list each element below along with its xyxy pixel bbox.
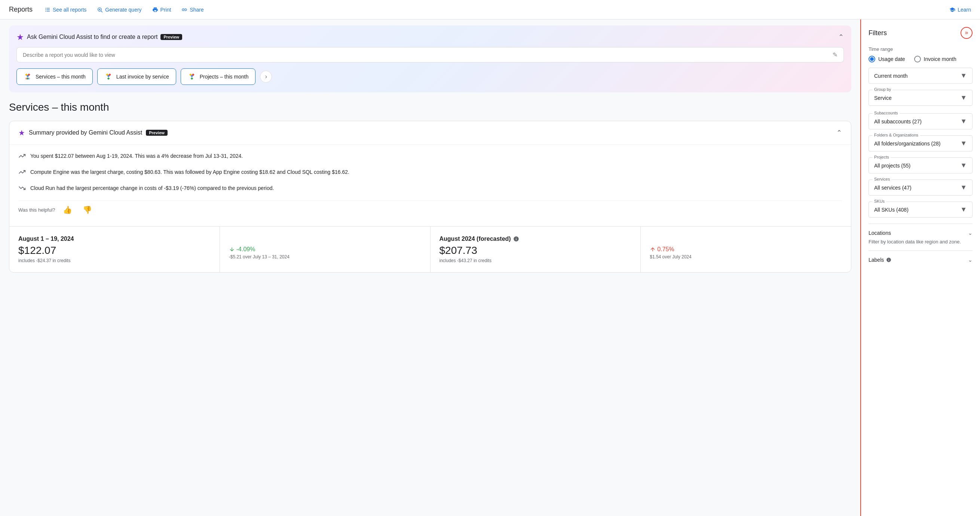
see-all-reports-link[interactable]: See all reports (45, 7, 86, 13)
labels-header[interactable]: Labels ⌄ (869, 257, 972, 263)
learn-icon (949, 7, 955, 13)
current-change-sub: -$5.21 over July 13 – 31, 2024 (229, 254, 421, 259)
summary-title: Summary provided by Gemini Cloud Assist … (18, 129, 167, 136)
usage-date-label: Usage date (878, 56, 905, 62)
current-change-block: -4.09% -$5.21 over July 13 – 31, 2024 (220, 227, 430, 272)
gemini-preview-badge: Preview (161, 34, 182, 40)
labels-chevron-icon: ⌄ (968, 257, 972, 263)
forecast-change-text: 0.75% (657, 246, 674, 253)
gcp-logo-icon-2 (104, 73, 113, 81)
folders-orgs-value: All folders/organizations (28) (874, 141, 940, 146)
services-arrow: ▼ (960, 184, 967, 191)
sparkle-icon (16, 33, 24, 41)
generate-query-link[interactable]: Generate query (97, 7, 142, 13)
folders-orgs-dropdown[interactable]: Folders & Organizations All folders/orga… (869, 135, 972, 151)
query-icon (97, 7, 103, 13)
usage-date-radio-circle (869, 56, 875, 62)
thumbs-down-button[interactable]: 👎 (80, 204, 95, 216)
current-month-value: Current month (874, 73, 907, 79)
chip-services-label: Services – this month (35, 74, 86, 79)
current-sub: includes -$24.37 in credits (18, 258, 211, 263)
chips-next-button[interactable]: › (260, 71, 272, 83)
learn-label: Learn (958, 7, 971, 13)
chip-projects-this-month[interactable]: Projects – this month (181, 68, 256, 85)
summary-item-3: Cloud Run had the largest percentage cha… (18, 184, 842, 194)
summary-item-1: You spent $122.07 between Aug 1-19, 2024… (18, 152, 842, 162)
invoice-month-radio-circle (914, 56, 921, 62)
gcp-logo-icon-3 (188, 73, 196, 81)
projects-arrow: ▼ (960, 162, 967, 169)
stats-row: August 1 – 19, 2024 $122.07 includes -$2… (10, 226, 851, 272)
share-link[interactable]: Share (181, 7, 204, 13)
gemini-input-wrapper: ✎ (16, 47, 844, 62)
trend-icon-1 (18, 152, 26, 162)
svg-rect-2 (45, 10, 46, 10)
gemini-title-text: Ask Gemini Cloud Assist to find or creat… (27, 33, 158, 40)
invoice-month-radio[interactable]: Invoice month (914, 56, 956, 62)
time-range-radio-group: Usage date Invoice month (869, 56, 972, 62)
helpful-row: Was this helpful? 👍 👎 (18, 200, 842, 219)
locations-title: Locations (869, 230, 891, 236)
current-month-arrow: ▼ (960, 72, 967, 79)
gemini-search-input[interactable] (23, 52, 833, 58)
info-icon (513, 236, 519, 242)
summary-body: You spent $122.07 between Aug 1-19, 2024… (10, 145, 851, 226)
summary-preview-badge: Preview (146, 130, 167, 136)
list-icon (45, 7, 51, 13)
subaccounts-value: All subaccounts (27) (874, 119, 922, 124)
nav-title: Reports (9, 6, 33, 13)
group-by-value: Service (874, 95, 892, 101)
collapse-gemini-button[interactable]: ⌃ (838, 33, 844, 41)
chip-last-invoice[interactable]: Last invoice by service (97, 68, 176, 85)
up-arrow-icon (650, 246, 656, 252)
forecast-change-value: 0.75% (650, 246, 842, 253)
projects-dropdown[interactable]: Projects All projects (55) ▼ (869, 157, 972, 173)
subaccounts-dropdown[interactable]: Subaccounts All subaccounts (27) ▼ (869, 113, 972, 129)
svg-rect-3 (46, 10, 50, 10)
svg-rect-1 (46, 8, 50, 8)
forecast-label-text: August 2024 (forecasted) (439, 236, 511, 242)
main-layout: Ask Gemini Cloud Assist to find or creat… (0, 19, 980, 516)
forecast-change-block: 0.75% $1.54 over July 2024 (640, 227, 851, 272)
thumbs-up-button[interactable]: 👍 (60, 204, 75, 216)
edit-icon: ✎ (833, 51, 837, 58)
forecast-sub: includes -$43.27 in credits (439, 258, 632, 263)
print-label: Print (161, 7, 171, 13)
current-change-value: -4.09% (229, 246, 421, 253)
see-all-reports-label: See all reports (53, 7, 86, 13)
group-by-field-label: Group by (873, 87, 892, 92)
learn-link[interactable]: Learn (949, 7, 971, 13)
gemini-title: Ask Gemini Cloud Assist to find or creat… (16, 33, 182, 41)
nav-links: See all reports Generate query Print Sha… (45, 7, 204, 13)
services-dropdown[interactable]: Services All services (47) ▼ (869, 179, 972, 195)
labels-info-icon (886, 257, 891, 262)
share-icon (181, 7, 188, 13)
chip-invoice-label: Last invoice by service (116, 74, 169, 79)
forecast-stat-block: August 2024 (forecasted) $207.73 include… (430, 227, 641, 272)
filters-collapse-button[interactable] (961, 27, 972, 39)
current-stat-block: August 1 – 19, 2024 $122.07 includes -$2… (10, 227, 220, 272)
svg-line-7 (101, 11, 102, 12)
time-range-section: Time range Usage date Invoice month Curr… (869, 46, 972, 106)
labels-title: Labels (869, 257, 884, 263)
suggestion-chips: Services – this month Last invoice by se… (16, 68, 844, 85)
locations-header[interactable]: Locations ⌄ (869, 230, 972, 236)
folders-orgs-arrow: ▼ (960, 140, 967, 147)
labels-section: Labels ⌄ (869, 251, 972, 269)
usage-date-radio[interactable]: Usage date (869, 56, 905, 62)
current-month-dropdown[interactable]: Current month ▼ (869, 68, 972, 84)
chip-projects-label: Projects – this month (200, 74, 249, 79)
skus-dropdown[interactable]: SKUs All SKUs (408) ▼ (869, 202, 972, 218)
page-title: Services – this month (9, 101, 851, 113)
group-by-dropdown[interactable]: Group by Service ▼ (869, 90, 972, 106)
chip-services-this-month[interactable]: Services – this month (16, 68, 93, 85)
print-link[interactable]: Print (152, 7, 171, 13)
collapse-summary-button[interactable]: ⌃ (836, 129, 842, 137)
summary-text-3: Cloud Run had the largest percentage cha… (30, 184, 274, 192)
collapse-icon (964, 30, 969, 35)
summary-text-1: You spent $122.07 between Aug 1-19, 2024… (30, 152, 243, 160)
gemini-summary-icon (18, 129, 25, 136)
gcp-logo-icon (24, 73, 32, 81)
filters-title: Filters (869, 29, 887, 37)
skus-arrow: ▼ (960, 206, 967, 213)
